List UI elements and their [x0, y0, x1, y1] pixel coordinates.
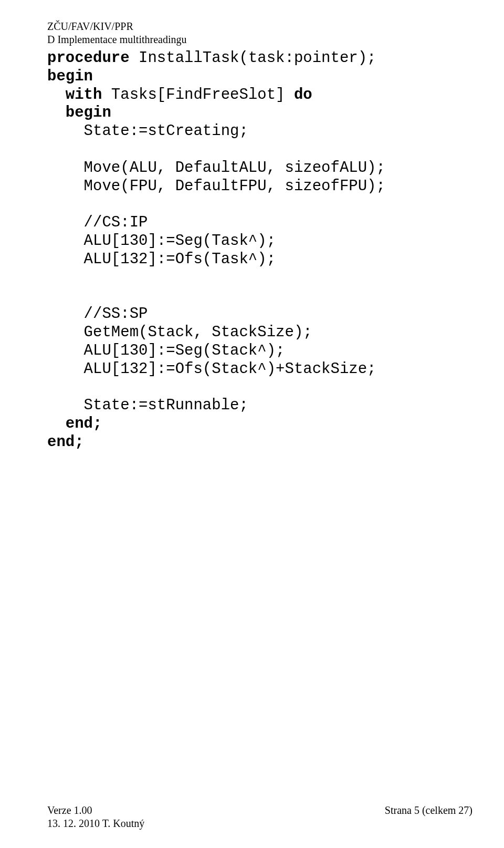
header-line-1: ZČU/FAV/KIV/PPR: [47, 20, 472, 33]
keyword-end-inner: end;: [66, 415, 102, 432]
indent: [47, 104, 66, 121]
indent: [47, 415, 66, 432]
keyword-begin-inner: begin: [66, 104, 111, 121]
footer-left: Verze 1.00 13. 12. 2010 T. Koutný: [47, 804, 144, 830]
with-expr: Tasks[FindFreeSlot]: [102, 86, 293, 104]
keyword-procedure: procedure: [47, 49, 130, 67]
code-line-state-creating: State:=stCreating;: [47, 122, 248, 140]
keyword-begin-outer: begin: [47, 68, 93, 85]
code-line-alu130-stack: ALU[130]:=Seg(Stack^);: [47, 342, 285, 359]
footer-page-info: Strana 5 (celkem 27): [385, 804, 472, 817]
page-footer: Verze 1.00 13. 12. 2010 T. Koutný Strana…: [47, 804, 472, 830]
code-block: procedure InstallTask(task:pointer); beg…: [47, 49, 472, 452]
code-comment-csip: //CS:IP: [47, 214, 148, 231]
document-page: ZČU/FAV/KIV/PPR D Implementace multithre…: [0, 0, 504, 848]
code-line-state-runnable: State:=stRunnable;: [47, 397, 248, 414]
page-header: ZČU/FAV/KIV/PPR D Implementace multithre…: [47, 20, 472, 46]
keyword-end-outer: end;: [47, 433, 84, 451]
code-line-alu132-stack: ALU[132]:=Ofs(Stack^)+StackSize;: [47, 360, 376, 378]
code-line-alu130-task: ALU[130]:=Seg(Task^);: [47, 232, 276, 250]
code-line-move-alu: Move(ALU, DefaultALU, sizeofALU);: [47, 159, 385, 177]
indent: [47, 86, 66, 104]
keyword-with: with: [66, 86, 102, 104]
code-line-getmem: GetMem(Stack, StackSize);: [47, 324, 312, 341]
code-line-move-fpu: Move(FPU, DefaultFPU, sizeofFPU);: [47, 178, 385, 195]
footer-date-author: 13. 12. 2010 T. Koutný: [47, 817, 144, 830]
code-comment-sssp: //SS:SP: [47, 305, 148, 323]
code-line-alu132-task: ALU[132]:=Ofs(Task^);: [47, 251, 276, 268]
header-line-2: D Implementace multithreadingu: [47, 33, 472, 46]
signature-rest: InstallTask(task:pointer);: [130, 49, 376, 67]
keyword-do: do: [294, 86, 312, 104]
footer-version: Verze 1.00: [47, 804, 144, 817]
